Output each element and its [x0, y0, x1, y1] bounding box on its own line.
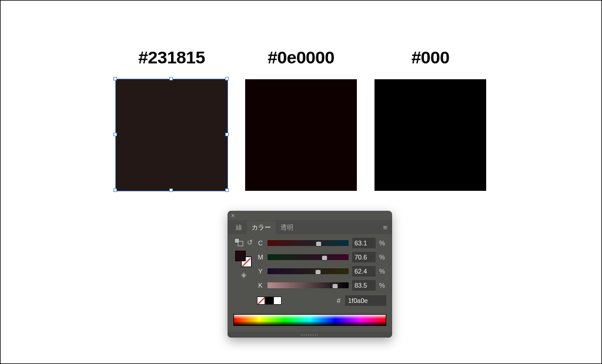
hex-row: # [257, 295, 386, 306]
slider-yellow[interactable] [267, 268, 349, 274]
slider-thumb[interactable] [315, 269, 321, 275]
hex-input[interactable] [345, 295, 386, 306]
swatch-2: #0e0000 [245, 48, 357, 191]
panel-body: ↺ ◈ C % M % Y [228, 234, 392, 311]
swatch-3-box[interactable] [374, 79, 486, 191]
slider-thumb[interactable] [332, 284, 338, 289]
selection-handle[interactable] [113, 77, 117, 80]
mini-white[interactable] [273, 296, 282, 305]
color-panel: × 線 カラー 透明 ≡ ↺ ◈ C % [228, 211, 392, 338]
tab-opacity[interactable]: 透明 [276, 221, 298, 234]
selection-handle[interactable] [113, 188, 117, 192]
slider-cyan[interactable] [267, 240, 349, 246]
row-magenta: M % [257, 252, 386, 262]
out-of-gamut-icon[interactable]: ◈ [241, 271, 246, 279]
panel-resize-grip[interactable] [228, 332, 392, 338]
label-m: M [257, 254, 264, 261]
percent-symbol: % [379, 268, 386, 275]
slider-black[interactable] [267, 282, 349, 288]
row-yellow: Y % [257, 266, 386, 277]
selection-handle[interactable] [169, 77, 173, 80]
fill-stroke-indicator[interactable] [235, 251, 252, 267]
swatch-1-label: #231815 [138, 48, 205, 68]
slider-thumb[interactable] [316, 241, 322, 247]
color-spectrum[interactable] [233, 314, 386, 326]
label-y: Y [257, 268, 264, 275]
selection-handle[interactable] [225, 188, 229, 192]
svg-rect-0 [235, 238, 239, 243]
percent-symbol: % [379, 254, 386, 261]
mini-black[interactable] [265, 296, 273, 305]
input-cyan[interactable] [352, 238, 376, 248]
label-c: C [257, 240, 264, 247]
selection-handle[interactable] [225, 77, 229, 80]
selection-handle[interactable] [113, 133, 117, 136]
reset-colors-icon[interactable]: ↺ [247, 238, 253, 247]
swatch-row: #231815 #0e0000 #000 [1, 48, 601, 191]
input-magenta[interactable] [352, 252, 376, 262]
tab-color[interactable]: カラー [247, 221, 276, 234]
panel-tabs: 線 カラー 透明 ≡ [228, 220, 392, 234]
panel-left-column: ↺ ◈ [233, 238, 253, 306]
input-yellow[interactable] [352, 266, 376, 277]
slider-magenta[interactable] [267, 254, 349, 260]
selection-outline [115, 79, 228, 191]
panel-close-button[interactable]: × [231, 212, 235, 219]
row-black: K % [257, 280, 386, 291]
label-k: K [257, 282, 264, 289]
fill-color-box[interactable] [235, 251, 246, 261]
swatch-1: #231815 [116, 48, 228, 191]
percent-symbol: % [379, 282, 386, 289]
swatch-2-label: #0e0000 [267, 48, 334, 68]
mini-no-color[interactable] [257, 296, 265, 305]
selection-handle[interactable] [169, 188, 173, 192]
panel-sliders: C % M % Y % K % [257, 238, 386, 306]
panel-titlebar[interactable]: × [228, 211, 392, 220]
row-cyan: C % [257, 238, 386, 248]
swatch-3: #000 [374, 48, 486, 191]
selection-handle[interactable] [225, 133, 229, 136]
mini-swatches [257, 296, 282, 305]
swatch-3-label: #000 [412, 48, 450, 68]
swatch-2-box[interactable] [245, 79, 357, 191]
slider-thumb[interactable] [322, 255, 327, 261]
tab-stroke[interactable]: 線 [231, 221, 247, 234]
panel-menu-button[interactable]: ≡ [383, 223, 387, 232]
swatch-1-box[interactable] [116, 79, 228, 191]
hash-symbol: # [337, 297, 340, 304]
input-black[interactable] [352, 280, 376, 291]
fill-stroke-swap-icon[interactable] [234, 238, 245, 247]
percent-symbol: % [379, 240, 386, 247]
